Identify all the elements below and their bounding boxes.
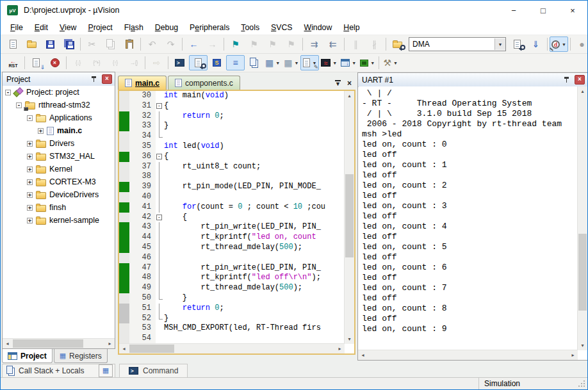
stop-button[interactable]: ×	[45, 55, 64, 70]
dropdown-caret-icon[interactable]: ▼	[370, 61, 375, 65]
fold-column[interactable]: -	[156, 152, 164, 162]
code-line-48[interactable]: 48 rt_kprintf("led off\r\n");	[119, 273, 345, 283]
system-viewer-button[interactable]: ▼	[339, 55, 358, 70]
dropdown-caret-icon[interactable]: ▼	[352, 61, 356, 65]
scroll-down-icon[interactable]: ▾	[345, 334, 354, 344]
menu-peripherals[interactable]: Peripherals	[184, 21, 235, 34]
fold-collapse-icon[interactable]: -	[156, 103, 162, 109]
close-button[interactable]: ×	[558, 1, 587, 20]
find-combo[interactable]: DMA▼	[409, 37, 506, 51]
minus-expander-icon[interactable]: -	[16, 102, 22, 108]
menu-project[interactable]: Project	[82, 21, 118, 34]
editor-vertical-scrollbar[interactable]: ▴ ▾	[344, 91, 354, 344]
breakpoint-toggle-button[interactable]: ●	[573, 37, 588, 52]
fold-column[interactable]: -	[156, 101, 164, 111]
tree-item-cortex-m3[interactable]: +CORTEX-M3	[3, 175, 115, 188]
run-button[interactable]: ⇓	[27, 55, 45, 70]
uart-output[interactable]: \ | /- RT - Thread Operating System / | …	[359, 86, 578, 350]
step-over-button[interactable]: {↷}	[87, 55, 106, 70]
show-next-statement-button[interactable]: ⇨	[147, 55, 166, 70]
copy-button[interactable]	[101, 37, 120, 52]
project-horizontal-scrollbar[interactable]: ◂ ▸	[3, 338, 115, 348]
command-tab[interactable]: > Command	[119, 364, 188, 378]
watch-window-button[interactable]: ▦▼	[263, 55, 282, 70]
tab-list-icon[interactable]: ▼	[335, 80, 341, 86]
tree-item-kernel-sample[interactable]: +kernel-sample	[3, 214, 115, 227]
run-to-line-button[interactable]: →{}	[124, 55, 143, 70]
code-line-46[interactable]: 46	[119, 253, 345, 263]
dropdown-caret-icon[interactable]: ▼	[275, 61, 280, 65]
code-line-36[interactable]: 36-{	[119, 152, 345, 162]
indent-button[interactable]: ⇉	[305, 37, 323, 52]
scroll-up-icon[interactable]: ▴	[578, 86, 587, 96]
tree-item-applications[interactable]: -Applications	[3, 111, 115, 124]
editor-horizontal-scrollbar[interactable]: ◂ ▸	[119, 343, 345, 353]
maximize-button[interactable]: □	[528, 1, 558, 20]
find-in-files-button[interactable]	[388, 37, 407, 52]
tree-item-devicedrivers[interactable]: +DeviceDrivers	[3, 188, 115, 201]
tree-item-project-project[interactable]: -Project: project	[3, 86, 115, 99]
code-line-35[interactable]: 35int led(void)	[119, 142, 345, 152]
scroll-right-icon[interactable]: ▸	[335, 344, 345, 353]
scroll-right-icon[interactable]: ▸	[105, 339, 115, 348]
menu-help[interactable]: Help	[338, 21, 365, 34]
menu-tools[interactable]: Tools	[235, 21, 265, 34]
code-line-50[interactable]: 50 }	[119, 293, 345, 304]
menu-window[interactable]: Window	[298, 21, 338, 34]
uncomment-button[interactable]: ∦	[365, 37, 384, 52]
new-file-button[interactable]	[4, 37, 22, 52]
memory-grid-icon[interactable]: ▦	[99, 364, 113, 377]
scrollbar-thumb[interactable]	[345, 174, 354, 257]
plus-expander-icon[interactable]: +	[27, 218, 33, 223]
code-line-31[interactable]: 31-{	[119, 101, 345, 111]
bookmark-prev-button[interactable]: ⚑	[263, 37, 282, 52]
bookmark-toggle-button[interactable]: ⚑	[226, 37, 245, 52]
save-all-button[interactable]	[60, 37, 78, 52]
menu-view[interactable]: View	[54, 21, 82, 34]
redo-button[interactable]: ↷	[161, 37, 180, 52]
code-line-39[interactable]: 39 rt_pin_mode(LED_PIN, PIN_MODE_	[119, 182, 345, 192]
navigate-forward-button[interactable]: →	[203, 37, 222, 52]
code-line-32[interactable]: 32 return 0;	[119, 111, 345, 122]
menu-file[interactable]: File	[4, 21, 29, 34]
dropdown-caret-icon[interactable]: ▼	[393, 61, 398, 65]
plus-expander-icon[interactable]: +	[27, 192, 33, 198]
uart-panel-close-button[interactable]: ×	[575, 75, 585, 85]
logic-analyzer-button[interactable]: ≈▼	[319, 55, 339, 70]
symbol-window-button[interactable]: S	[208, 55, 226, 70]
scroll-left-icon[interactable]: ◂	[3, 339, 12, 348]
uart-vertical-scrollbar[interactable]: ▴ ▾	[577, 86, 587, 350]
save-button[interactable]	[41, 37, 60, 52]
scroll-down-icon[interactable]: ▾	[578, 341, 587, 350]
navigate-back-button[interactable]: ←	[184, 37, 203, 52]
command-window-button[interactable]: >	[170, 55, 189, 70]
scroll-left-icon[interactable]: ◂	[358, 350, 368, 360]
memory-window-button[interactable]: ▦▼	[282, 55, 300, 70]
scrollbar-thumb[interactable]	[578, 234, 587, 311]
serial-window-button[interactable]: ≡	[226, 55, 245, 70]
outdent-button[interactable]: ⇇	[323, 37, 342, 52]
fold-collapse-icon[interactable]: -	[156, 154, 162, 159]
code-line-30[interactable]: 30int main(void)	[119, 91, 345, 101]
tree-item-drivers[interactable]: +Drivers	[3, 137, 115, 150]
paste-button[interactable]	[120, 37, 138, 52]
bookmark-next-button[interactable]: ⚑	[245, 37, 263, 52]
minimize-button[interactable]: −	[499, 1, 528, 20]
find-combo-dropdown-icon[interactable]: ▼	[494, 38, 505, 50]
plus-expander-icon[interactable]: +	[38, 128, 44, 134]
tree-item-kernel[interactable]: +Kernel	[3, 163, 115, 175]
call-stack-window-button[interactable]	[245, 55, 263, 70]
search-document-button[interactable]	[508, 37, 527, 52]
code-line-49[interactable]: 49 rt_thread_mdelay(500);	[119, 283, 345, 293]
code-line-45[interactable]: 45 rt_thread_mdelay(500);	[119, 243, 345, 253]
plus-expander-icon[interactable]: +	[27, 154, 33, 159]
code-line-47[interactable]: 47 rt_pin_write(LED_PIN, PIN_	[119, 263, 345, 273]
code-line-41[interactable]: 41 for(count = 0 ; count < 10 ;cou	[119, 202, 345, 213]
minus-expander-icon[interactable]: -	[5, 90, 11, 95]
scroll-right-icon[interactable]: ▸	[568, 350, 578, 360]
code-line-54[interactable]: 54	[119, 334, 345, 344]
plus-expander-icon[interactable]: +	[27, 205, 33, 211]
minus-expander-icon[interactable]: -	[27, 115, 33, 121]
editor-tab-main-c[interactable]: main.c	[118, 76, 167, 90]
code-line-37[interactable]: 37 rt_uint8_t count;	[119, 162, 345, 172]
